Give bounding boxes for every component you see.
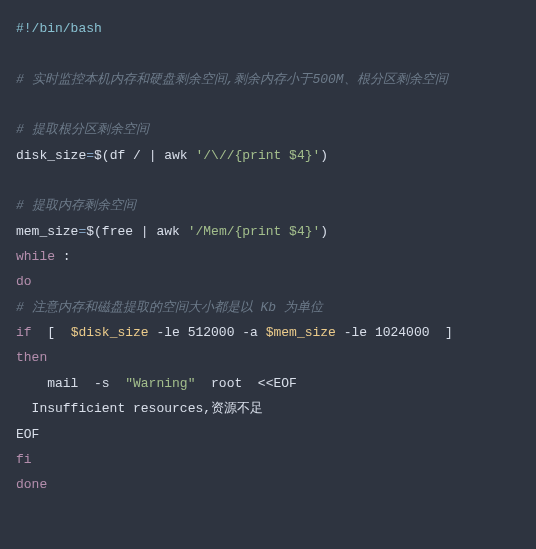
colon: : bbox=[55, 249, 71, 264]
comment-disk: # 提取根分区剩余空间 bbox=[16, 122, 149, 137]
kw-then: then bbox=[16, 350, 47, 365]
comment-mem: # 提取内存剩余空间 bbox=[16, 198, 136, 213]
mail-warning-str: "Warning" bbox=[125, 376, 195, 391]
kw-fi: fi bbox=[16, 452, 32, 467]
mail-pre: mail -s bbox=[16, 376, 125, 391]
resource-line: Insufficient resources,资源不足 bbox=[16, 401, 263, 416]
dollar-open: $( bbox=[94, 148, 110, 163]
comment-description: # 实时监控本机内存和硬盘剩余空间,剩余内存小于500M、根分区剩余空间 bbox=[16, 72, 448, 87]
le-op-1: -le 512000 -a bbox=[149, 325, 266, 340]
kw-while: while bbox=[16, 249, 55, 264]
lbracket: [ bbox=[32, 325, 71, 340]
mail-post: root <<EOF bbox=[195, 376, 296, 391]
ref-disk-size: $disk_size bbox=[71, 325, 149, 340]
close-paren-1: ) bbox=[320, 148, 328, 163]
code-block: #!/bin/bash # 实时监控本机内存和硬盘剩余空间,剩余内存小于500M… bbox=[16, 16, 520, 498]
ref-mem-size: $mem_size bbox=[266, 325, 336, 340]
cmd-awk-2: awk bbox=[149, 224, 188, 239]
cmd-free: free bbox=[102, 224, 141, 239]
shebang: #!/bin/bash bbox=[16, 21, 102, 36]
kw-if: if bbox=[16, 325, 32, 340]
pipe-2: | bbox=[141, 224, 149, 239]
cmd-awk-1: awk bbox=[156, 148, 195, 163]
kw-done: done bbox=[16, 477, 47, 492]
assign-op: = bbox=[86, 148, 94, 163]
kw-do: do bbox=[16, 274, 32, 289]
eof-marker: EOF bbox=[16, 427, 39, 442]
var-mem-size: mem_size bbox=[16, 224, 78, 239]
dollar-open-2: $( bbox=[86, 224, 102, 239]
var-disk-size: disk_size bbox=[16, 148, 86, 163]
awk-pattern-disk: '/\//{print $4}' bbox=[195, 148, 320, 163]
close-paren-2: ) bbox=[320, 224, 328, 239]
awk-pattern-mem: '/Mem/{print $4}' bbox=[188, 224, 321, 239]
le-op-2: -le 1024000 ] bbox=[336, 325, 453, 340]
cmd-df: df / bbox=[110, 148, 149, 163]
comment-kb: # 注意内存和磁盘提取的空间大小都是以 Kb 为单位 bbox=[16, 300, 323, 315]
